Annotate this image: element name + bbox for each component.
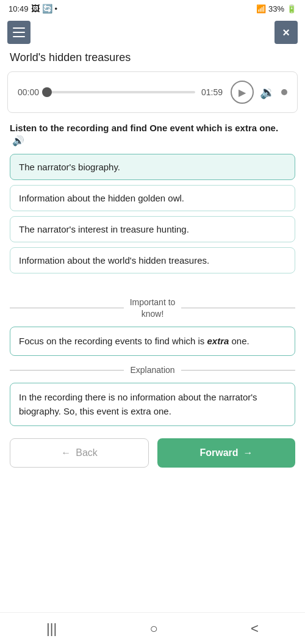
explanation-divider: Explanation: [10, 364, 295, 375]
question-label: Listen to the recording and find One eve…: [10, 123, 278, 133]
progress-bar[interactable]: [47, 91, 195, 93]
option-item[interactable]: The narrator's biography.: [10, 154, 295, 180]
status-bar: 10:49 🖼 🔄 • 📶 33% 🔋: [0, 0, 305, 16]
sync-icon: 🔄: [42, 4, 52, 13]
back-button[interactable]: ← Back: [10, 438, 149, 468]
status-time: 10:49 🖼 🔄 •: [9, 4, 57, 13]
explanation-box: In the recording there is no information…: [10, 383, 295, 426]
close-button[interactable]: ×: [274, 21, 298, 44]
play-button[interactable]: ▶: [231, 81, 254, 104]
divider-line-right: [181, 370, 295, 371]
time-display: 10:49: [9, 4, 29, 13]
dot-icon: •: [55, 4, 58, 13]
status-indicators: 📶 33% 🔋: [256, 4, 296, 13]
option-text: Information about the world's hidden tre…: [19, 255, 209, 266]
forward-arrow-icon: →: [243, 447, 253, 458]
question-section: Listen to the recording and find One eve…: [0, 121, 305, 291]
top-nav: ×: [0, 16, 305, 49]
forward-label: Forward: [199, 447, 238, 458]
explanation-label: Explanation: [130, 364, 174, 375]
time-start: 00:00: [18, 87, 41, 97]
wifi-icon: 📶: [256, 4, 266, 13]
explanation-text: In the recording there is no information…: [19, 392, 257, 416]
option-text: The narrator's biography.: [19, 162, 120, 172]
option-item[interactable]: The narrator's interest in treasure hunt…: [10, 216, 295, 242]
option-item[interactable]: Information about the hidden golden owl.: [10, 185, 295, 211]
question-audio-icon[interactable]: 🔊: [12, 134, 24, 148]
back-arrow-icon: ←: [61, 447, 71, 458]
back-label: Back: [76, 447, 98, 458]
divider-line-right: [181, 308, 295, 308]
divider-line-left: [10, 308, 124, 308]
menu-button[interactable]: [7, 21, 30, 44]
important-label: Important to know!: [130, 297, 176, 319]
option-item[interactable]: Information about the world's hidden tre…: [10, 247, 295, 273]
progress-thumb[interactable]: [42, 87, 52, 97]
battery-icon: 🔋: [287, 4, 296, 13]
important-box: Focus on the recording events to find wh…: [10, 327, 295, 356]
important-text-part2: one.: [229, 336, 249, 346]
system-nav: ||| ○ <: [0, 612, 305, 644]
bottom-nav: ← Back Forward →: [0, 438, 305, 477]
system-home-icon[interactable]: ○: [149, 621, 157, 637]
audio-player: 00:00 01:59 ▶ 🔉: [7, 71, 298, 113]
option-list: The narrator's biography. Information ab…: [10, 154, 295, 273]
time-end: 01:59: [201, 87, 224, 97]
menu-line-3: [13, 36, 25, 37]
menu-line-2: [13, 32, 25, 33]
question-text: Listen to the recording and find One eve…: [10, 121, 295, 148]
system-back-icon[interactable]: <: [251, 621, 259, 637]
option-text: Information about the hidden golden owl.: [19, 193, 184, 203]
battery-display: 33%: [268, 4, 284, 13]
divider-line-left: [10, 370, 124, 371]
volume-dot: [281, 89, 287, 95]
page-title: World's hidden treasures: [0, 49, 305, 71]
important-text-part1: Focus on the recording events to find wh…: [19, 336, 207, 346]
important-text-emphasis: extra: [207, 336, 229, 346]
forward-button[interactable]: Forward →: [157, 438, 295, 468]
important-divider: Important to know!: [10, 297, 295, 319]
system-menu-icon[interactable]: |||: [46, 621, 57, 637]
play-icon: ▶: [239, 87, 246, 98]
option-text: The narrator's interest in treasure hunt…: [19, 224, 189, 234]
volume-icon[interactable]: 🔉: [260, 85, 275, 99]
close-icon: ×: [282, 26, 290, 40]
photo-icon: 🖼: [31, 4, 40, 13]
menu-line-1: [13, 27, 25, 29]
